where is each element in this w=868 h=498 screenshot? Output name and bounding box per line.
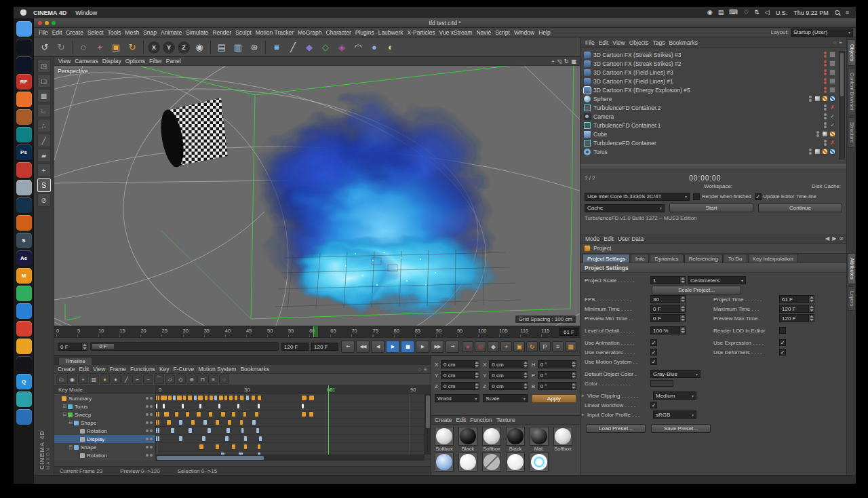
dock-app-11[interactable] xyxy=(16,197,32,213)
z-axis-lock-button[interactable]: Z xyxy=(178,41,190,54)
default-object-color-dropdown[interactable]: Gray-Blue▾ xyxy=(650,370,701,378)
keyframe[interactable] xyxy=(191,420,195,425)
timeline-search-icon[interactable]: ◌ xyxy=(418,366,422,372)
record-parameter-icon[interactable]: P xyxy=(539,341,551,352)
keyframe[interactable] xyxy=(244,436,247,441)
material-menu-edit[interactable]: Edit xyxy=(454,417,469,423)
position-z-field[interactable]: 0 cm xyxy=(441,382,479,390)
frame-stepper[interactable]: 0 F xyxy=(58,343,87,351)
stepper-arrows-icon[interactable] xyxy=(809,305,814,313)
make-editable-icon[interactable]: ◳ xyxy=(37,59,51,73)
stepper-arrows-icon[interactable] xyxy=(572,360,576,368)
keyframe[interactable] xyxy=(302,412,306,417)
material-thumbnail[interactable] xyxy=(553,427,572,446)
material-thumbnail[interactable] xyxy=(482,453,501,472)
tl-key-blue-icon[interactable]: ♦ xyxy=(111,375,121,384)
preview-max-time-stepper[interactable]: 120 F xyxy=(779,314,814,322)
stepper-down[interactable] xyxy=(475,376,479,378)
om-filter-icon[interactable]: ≡ xyxy=(839,39,842,45)
dock-app-ae[interactable]: Ae xyxy=(16,250,32,266)
keyframe[interactable] xyxy=(179,436,182,441)
position-x-field[interactable]: 0 cm xyxy=(441,360,479,368)
tab-to-do[interactable]: To Do xyxy=(724,254,747,263)
lock-workplane-icon[interactable]: ⊘ xyxy=(37,193,51,207)
timeline-menu-create[interactable]: Create xyxy=(56,366,77,372)
stepper-up[interactable] xyxy=(681,315,685,318)
attribute-section-header[interactable]: Project Settings xyxy=(580,263,846,273)
track-solo-toggle[interactable] xyxy=(150,405,153,408)
timeline-mode-label[interactable]: Key Mode xyxy=(54,385,155,394)
attribute-object-label[interactable]: Project xyxy=(593,245,611,252)
cache-dropdown[interactable]: Cache▾ xyxy=(585,204,665,212)
stepper-arrows-icon[interactable] xyxy=(524,382,528,390)
timeline-track-rotation[interactable]: Rotation xyxy=(54,427,155,435)
side-tab-objects[interactable]: Objects xyxy=(848,39,856,66)
tl-region-tool-icon[interactable]: ▭ xyxy=(56,375,66,384)
timeline-menu-bookmarks[interactable]: Bookmarks xyxy=(238,366,271,372)
keyframe[interactable] xyxy=(225,436,229,441)
object-3d-cartoon-fx-streak-strikes-2[interactable]: 3D Cartoon FX (Streak Strikes) #2 xyxy=(580,59,846,68)
keyframe[interactable] xyxy=(252,396,255,400)
object-camera[interactable]: Camera✓ xyxy=(580,112,846,121)
expander-icon[interactable]: ▸ xyxy=(582,393,587,398)
object-turbulencefd-container[interactable]: TurbulenceFD Container✗ xyxy=(580,138,846,147)
stepper-arrows-icon[interactable] xyxy=(680,305,686,313)
enable-axis-icon[interactable]: + xyxy=(37,164,51,177)
stepper-arrows-icon[interactable] xyxy=(680,314,686,322)
stepper-down[interactable] xyxy=(681,319,685,321)
editor-visibility-toggle[interactable] xyxy=(809,149,812,151)
timeline-track-shape[interactable]: ⊟Shape xyxy=(54,419,155,427)
stepper-up[interactable] xyxy=(681,306,685,308)
keyframe[interactable] xyxy=(224,396,227,400)
menu-file[interactable]: File xyxy=(37,29,50,36)
render-visibility-toggle[interactable] xyxy=(824,108,827,111)
tl-key-orange-icon[interactable]: ♦ xyxy=(100,375,110,384)
stepper-down[interactable] xyxy=(810,309,814,311)
stepper-up[interactable] xyxy=(475,372,479,375)
menu-animate[interactable]: Animate xyxy=(159,29,184,36)
object-torus[interactable]: Torus xyxy=(580,147,846,156)
render-visibility-toggle[interactable] xyxy=(824,126,827,128)
material-thumbnail[interactable] xyxy=(458,453,477,472)
goto-end-button[interactable]: ⇥ xyxy=(446,341,459,353)
close-button[interactable] xyxy=(38,21,42,25)
track-solo-toggle[interactable] xyxy=(150,446,153,448)
load-preset-button[interactable]: Load Preset... xyxy=(586,424,646,433)
mat2-tag-icon[interactable] xyxy=(829,149,835,155)
mat-tag-icon[interactable] xyxy=(829,131,835,137)
viewport-view-label[interactable]: Perspective xyxy=(58,68,87,75)
frame-ruler[interactable]: 61 F 05101520253035404550556065707580859… xyxy=(54,326,580,337)
material-thumbnail[interactable] xyxy=(530,427,549,446)
dock-app-7[interactable] xyxy=(16,127,32,142)
stepper-down[interactable] xyxy=(572,376,576,378)
material-menu-create[interactable]: Create xyxy=(433,417,454,423)
menu-mesh[interactable]: Mesh xyxy=(123,29,141,36)
om-menu-bookmarks[interactable]: Bookmarks xyxy=(667,39,700,46)
track-mute-toggle[interactable] xyxy=(146,397,149,400)
material-thumbnail[interactable] xyxy=(506,453,525,472)
track-mute-toggle[interactable] xyxy=(146,421,149,424)
stepper-up[interactable] xyxy=(572,362,576,364)
use-motion-system-checkbox[interactable]: ✓ xyxy=(650,358,657,365)
side-tab-layers[interactable]: Layers xyxy=(848,286,856,311)
keyframe[interactable] xyxy=(198,396,203,400)
stepper-arrows-icon[interactable] xyxy=(475,382,479,390)
timeline-track-shape[interactable]: ⊞Shape xyxy=(54,443,155,451)
pause-button[interactable]: ▮▮ xyxy=(401,341,414,353)
record-pla-icon[interactable]: ≡ xyxy=(552,341,564,352)
rotation-p-field[interactable]: 0 ° xyxy=(538,371,576,379)
stepper-down[interactable] xyxy=(475,365,479,367)
dock-app-ps[interactable]: Ps xyxy=(16,145,32,160)
stepper-arrows-icon[interactable] xyxy=(524,371,528,379)
om-search-icon[interactable]: ◌ xyxy=(833,39,837,45)
tl-step-interp-icon[interactable]: ⌐ xyxy=(132,375,142,384)
prev-key-button[interactable]: ◀◀ xyxy=(356,341,370,353)
timeline-menu-edit[interactable]: Edit xyxy=(77,366,92,372)
keyframe[interactable] xyxy=(302,404,304,408)
autokeying-icon[interactable]: ◎ xyxy=(475,341,486,352)
track-solo-toggle[interactable] xyxy=(150,454,153,457)
texture-mode-icon[interactable]: ▩ xyxy=(37,89,51,102)
editor-visibility-toggle[interactable] xyxy=(824,69,827,72)
tl-add-track-icon[interactable]: ⊕ xyxy=(186,375,197,384)
maximum-time-stepper[interactable]: 120 F xyxy=(779,305,814,313)
